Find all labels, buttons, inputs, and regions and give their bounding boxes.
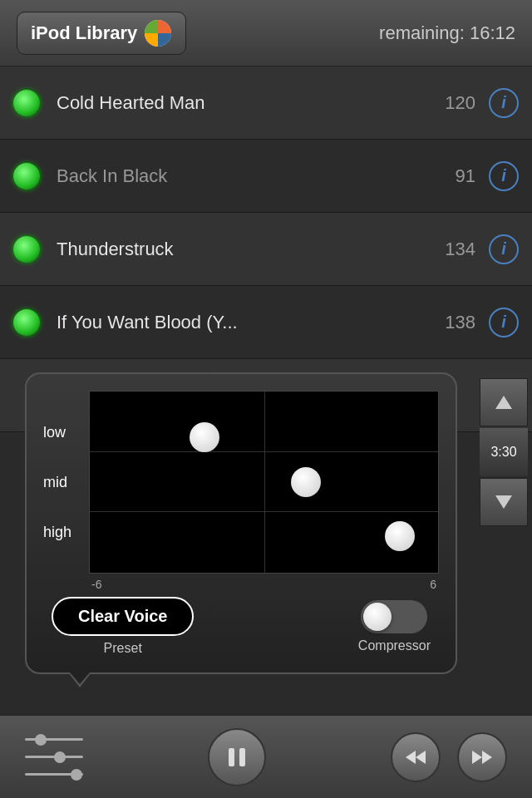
track-bpm: 134	[434, 239, 475, 260]
svg-marker-2	[495, 495, 512, 509]
track-bpm: 120	[434, 92, 475, 114]
fast-forward-icon	[470, 746, 494, 769]
svg-marker-5	[406, 751, 416, 764]
eq-grid: -6 6	[89, 391, 439, 574]
track-info-button[interactable]: i	[489, 88, 519, 118]
pause-icon	[224, 744, 250, 771]
svg-marker-7	[472, 751, 482, 764]
track-status-dot	[13, 163, 40, 190]
pause-button[interactable]	[208, 728, 266, 786]
track-info-button[interactable]: i	[489, 308, 519, 337]
eq-label-high: high	[43, 524, 71, 541]
svg-marker-6	[416, 751, 426, 764]
track-row: Back In Black 91 i	[0, 140, 532, 213]
scroll-down-button[interactable]	[480, 478, 528, 526]
track-name: Cold Hearted Man	[57, 92, 434, 114]
eq-sliders-button[interactable]	[25, 738, 83, 776]
eq-dot-2[interactable]	[291, 467, 321, 497]
logo-icon	[144, 19, 172, 47]
track-row: If You Want Blood (Y... 138 i	[0, 286, 532, 359]
transport-group	[391, 732, 507, 782]
eq-panel: low mid high -6 6 Clear Voice Preset	[25, 372, 457, 674]
eq-dot-3[interactable]	[385, 521, 415, 551]
preset-button[interactable]: Clear Voice	[52, 597, 194, 636]
rewind-icon	[404, 746, 427, 769]
eq-label-mid: mid	[43, 474, 71, 491]
track-status-dot	[13, 90, 40, 116]
preset-label: Preset	[104, 641, 142, 656]
eq-axis-right: 6	[430, 578, 436, 591]
track-bpm: 138	[434, 312, 475, 333]
svg-rect-3	[229, 748, 234, 766]
eq-controls: Clear Voice Preset Compressor	[43, 597, 439, 656]
grid-line	[264, 392, 265, 573]
track-status-dot	[13, 309, 40, 336]
svg-rect-4	[239, 748, 245, 766]
svg-marker-8	[482, 751, 492, 764]
compressor-label: Compressor	[358, 638, 431, 653]
header: iPod Library remaining: 16:12	[0, 0, 532, 66]
track-bpm: 91	[434, 165, 475, 187]
remaining-time: remaining: 16:12	[379, 22, 515, 44]
track-info-button[interactable]: i	[489, 161, 519, 191]
eq-axis-left: -6	[91, 578, 101, 591]
ipod-label: iPod Library	[31, 22, 137, 44]
track-row: Cold Hearted Man 120 i	[0, 66, 532, 140]
rewind-button[interactable]	[391, 732, 441, 782]
compressor-toggle[interactable]	[361, 600, 427, 633]
track-row: Thunderstruck 134 i	[0, 213, 532, 286]
fast-forward-button[interactable]	[457, 732, 507, 782]
svg-marker-1	[495, 396, 512, 409]
scroll-up-button[interactable]	[480, 378, 528, 426]
track-name: Back In Black	[57, 165, 434, 187]
time-display: 3:30	[480, 428, 528, 476]
eq-dot-1[interactable]	[190, 422, 219, 452]
track-info-button[interactable]: i	[489, 234, 519, 264]
toggle-knob	[363, 603, 392, 631]
ipod-library-button[interactable]: iPod Library	[17, 12, 186, 55]
track-status-dot	[13, 236, 40, 263]
compressor-section: Compressor	[358, 600, 431, 653]
eq-label-low: low	[43, 424, 71, 441]
track-name: Thunderstruck	[57, 239, 434, 260]
bottom-bar	[0, 715, 532, 798]
track-name: If You Want Blood (Y...	[57, 312, 434, 333]
right-controls: 3:30	[475, 378, 532, 526]
